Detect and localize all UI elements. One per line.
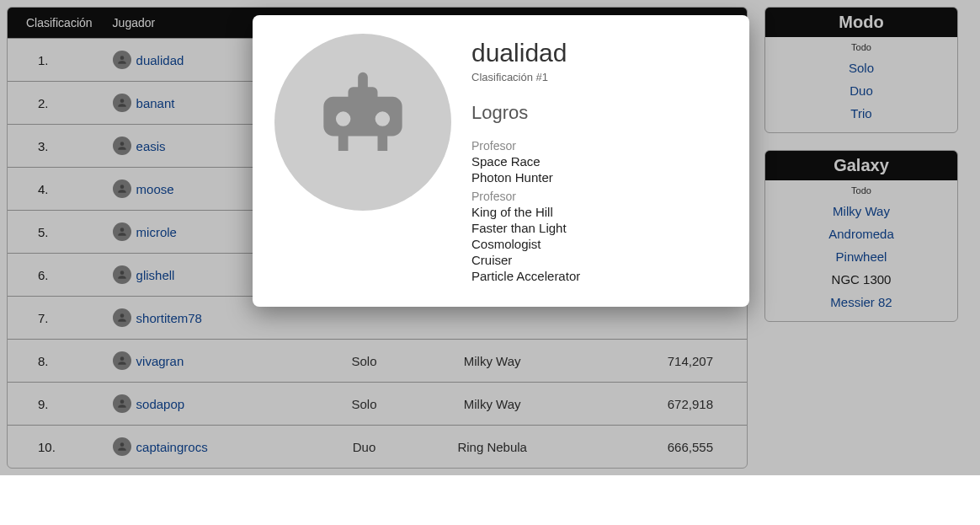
achievement-item: Cosmologist bbox=[471, 237, 727, 251]
achievement-item: Faster than Light bbox=[471, 221, 727, 235]
achievement-item: King of the Hill bbox=[471, 205, 727, 219]
profile-avatar bbox=[274, 34, 451, 211]
robot-icon bbox=[304, 62, 422, 183]
achievement-group-label: Profesor bbox=[471, 139, 727, 153]
achievement-item: Space Race bbox=[471, 154, 727, 169]
achievement-item: Photon Hunter bbox=[471, 170, 727, 185]
profile-name: dualidad bbox=[471, 39, 727, 67]
player-profile-modal: dualidad Clasificación #1 Logros Profeso… bbox=[253, 15, 749, 307]
achievements-heading: Logros bbox=[471, 102, 727, 124]
achievement-item: Particle Accelerator bbox=[471, 269, 727, 283]
achievement-group-label: Profesor bbox=[471, 190, 727, 203]
profile-rank: Clasificación #1 bbox=[471, 71, 727, 83]
achievement-item: Cruiser bbox=[471, 253, 727, 267]
